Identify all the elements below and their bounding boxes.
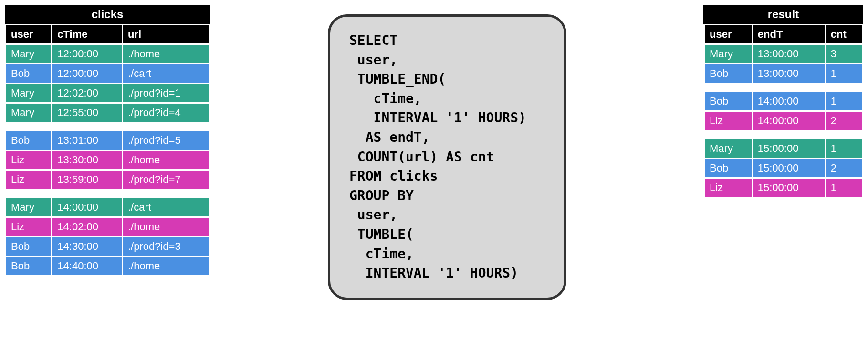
table-cell: Bob [705, 64, 752, 83]
table-cell: 13:00:00 [753, 64, 825, 83]
table-cell: 14:30:00 [52, 237, 122, 256]
result-title: result [703, 5, 863, 24]
table-cell: Liz [6, 171, 51, 189]
table-cell: Bob [6, 237, 51, 256]
table-cell: 14:00:00 [753, 92, 825, 110]
table-cell: Bob [6, 131, 51, 150]
table-cell: 1 [826, 64, 862, 83]
table-cell: ./home [123, 151, 209, 169]
table-cell: Mary [6, 104, 51, 122]
result-header-cnt: cnt [826, 25, 862, 43]
table-cell: ./prod?id=4 [123, 104, 209, 122]
clicks-header-url: url [123, 25, 209, 43]
table-cell: 14:02:00 [52, 218, 122, 236]
table-row: Liz13:59:00./prod?id=7 [6, 171, 209, 189]
table-cell: 13:00:00 [753, 45, 825, 63]
table-cell: 2 [826, 112, 862, 130]
clicks-header-user: user [6, 25, 51, 43]
table-row: Bob13:01:00./prod?id=5 [6, 131, 209, 150]
result-header-user: user [705, 25, 752, 43]
table-cell: 15:00:00 [753, 159, 825, 177]
table-cell: ./cart [123, 198, 209, 216]
table-cell: Bob [6, 257, 51, 275]
table-cell: Liz [6, 151, 51, 169]
table-cell: ./prod?id=5 [123, 131, 209, 150]
result-table-container: result user endT cnt Mary13:00:003Bob13:… [703, 5, 863, 198]
table-cell: ./home [123, 218, 209, 236]
table-cell: 13:01:00 [52, 131, 122, 150]
table-row: Bob13:00:001 [705, 64, 862, 83]
table-cell: Liz [705, 179, 752, 197]
table-cell: 14:40:00 [52, 257, 122, 275]
table-cell: 3 [826, 45, 862, 63]
result-header-endt: endT [753, 25, 825, 43]
table-row: Mary12:02:00./prod?id=1 [6, 84, 209, 102]
table-cell: 13:59:00 [52, 171, 122, 189]
table-cell: ./prod?id=3 [123, 237, 209, 256]
table-cell: 15:00:00 [753, 179, 825, 197]
table-cell: Mary [6, 45, 51, 63]
table-cell: Bob [6, 64, 51, 83]
table-cell: 1 [826, 92, 862, 110]
table-cell: Bob [705, 159, 752, 177]
table-row: Mary12:55:00./prod?id=4 [6, 104, 209, 122]
table-cell: ./prod?id=1 [123, 84, 209, 102]
table-cell: ./prod?id=7 [123, 171, 209, 189]
table-cell: 12:02:00 [52, 84, 122, 102]
table-cell: Mary [6, 84, 51, 102]
table-cell: 1 [826, 139, 862, 158]
result-table: result user endT cnt Mary13:00:003Bob13:… [703, 5, 863, 198]
table-row: Mary13:00:003 [705, 45, 862, 63]
table-row: Liz14:02:00./home [6, 218, 209, 236]
sql-query: SELECT user, TUMBLE_END( cTime, INTERVAL… [328, 14, 566, 300]
table-cell: Liz [705, 112, 752, 130]
table-cell: Liz [6, 218, 51, 236]
table-row: Mary14:00:00./cart [6, 198, 209, 216]
table-cell: ./cart [123, 64, 209, 83]
table-cell: 2 [826, 159, 862, 177]
table-cell: 14:00:00 [753, 112, 825, 130]
table-cell: 12:00:00 [52, 64, 122, 83]
table-row: Bob14:40:00./home [6, 257, 209, 275]
table-cell: Bob [705, 92, 752, 110]
table-cell: 13:30:00 [52, 151, 122, 169]
table-row: Liz13:30:00./home [6, 151, 209, 169]
table-cell: 12:55:00 [52, 104, 122, 122]
table-row: Liz14:00:002 [705, 112, 862, 130]
table-cell: Mary [6, 198, 51, 216]
table-cell: Mary [705, 139, 752, 158]
table-row: Bob15:00:002 [705, 159, 862, 177]
table-cell: ./home [123, 45, 209, 63]
table-cell: 12:00:00 [52, 45, 122, 63]
clicks-title: clicks [5, 5, 210, 24]
table-row: Bob14:00:001 [705, 92, 862, 110]
table-row: Liz15:00:001 [705, 179, 862, 197]
table-cell: 14:00:00 [52, 198, 122, 216]
table-row: Mary15:00:001 [705, 139, 862, 158]
clicks-table-container: clicks user cTime url Mary12:00:00./home… [5, 5, 210, 277]
clicks-header-ctime: cTime [52, 25, 122, 43]
table-cell: 15:00:00 [753, 139, 825, 158]
clicks-table: clicks user cTime url Mary12:00:00./home… [5, 5, 210, 277]
table-row: Bob14:30:00./prod?id=3 [6, 237, 209, 256]
table-cell: Mary [705, 45, 752, 63]
table-row: Mary12:00:00./home [6, 45, 209, 63]
table-cell: ./home [123, 257, 209, 275]
table-row: Bob12:00:00./cart [6, 64, 209, 83]
table-cell: 1 [826, 179, 862, 197]
